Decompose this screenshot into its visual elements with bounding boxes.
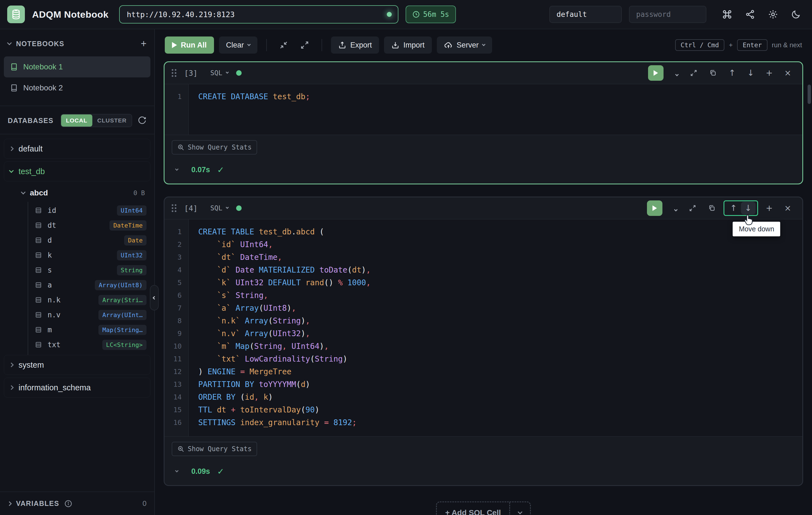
notebook-label: Notebook 1: [23, 62, 63, 71]
code-area[interactable]: CREATE DATABASE test_db;: [189, 84, 802, 135]
code-line[interactable]: `a` Array(UInt8),: [198, 302, 802, 315]
settings-button[interactable]: [768, 9, 778, 20]
clear-button[interactable]: Clear: [219, 36, 258, 54]
chevron-down-icon: [674, 208, 678, 211]
show-query-stats-button[interactable]: Show Query Stats: [172, 442, 257, 456]
shortcuts-button[interactable]: [722, 9, 732, 20]
code-line[interactable]: `m` Map(String, UInt64),: [198, 340, 802, 353]
server-url-input[interactable]: [119, 5, 398, 24]
code-line[interactable]: SETTINGS index_granularity = 8192;: [198, 416, 802, 429]
column-item-txt[interactable]: txtLC<String>: [35, 337, 147, 352]
column-item-id[interactable]: idUInt64: [35, 203, 147, 218]
column-item-dt[interactable]: dtDateTime: [35, 218, 147, 233]
code-line[interactable]: `k` UInt32 DEFAULT rand() % 1000,: [198, 277, 802, 289]
local-cluster-toggle[interactable]: LOCAL CLUSTER: [61, 114, 133, 127]
chevron-down-icon: [9, 168, 14, 173]
column-item-a[interactable]: aArray(UInt8): [35, 278, 147, 292]
table-name: abcd: [30, 189, 48, 197]
theme-toggle-button[interactable]: [791, 9, 801, 19]
run-all-button[interactable]: Run All: [165, 36, 214, 54]
delete-cell-button[interactable]: ×: [781, 67, 795, 79]
column-item-m[interactable]: mMap(String…: [35, 322, 147, 337]
cell-copy-button[interactable]: [705, 67, 721, 79]
move-cell-up-button[interactable]: ↑: [726, 202, 741, 214]
add-sql-cell-label[interactable]: + Add SQL Cell: [437, 502, 509, 515]
toggle-local[interactable]: LOCAL: [61, 114, 92, 126]
run-cell-button[interactable]: [648, 65, 664, 81]
cell-copy-button[interactable]: [704, 202, 720, 214]
code-line[interactable]: CREATE TABLE test_db.abcd (: [198, 226, 802, 238]
notebooks-section-header[interactable]: NOTEBOOKS +: [0, 29, 154, 55]
code-line[interactable]: `dt` DateTime,: [198, 251, 802, 264]
toggle-cluster[interactable]: CLUSTER: [92, 114, 132, 126]
move-cell-down-button[interactable]: ↓: [741, 202, 756, 214]
cell-expand-button[interactable]: [685, 202, 700, 214]
code-line[interactable]: CREATE DATABASE test_db;: [198, 90, 802, 103]
cell-expand-button[interactable]: [686, 67, 701, 79]
code-line[interactable]: TTL dt + toIntervalDay(90): [198, 404, 802, 416]
add-sql-cell-button[interactable]: + Add SQL Cell: [436, 502, 530, 515]
drag-handle-icon[interactable]: [172, 69, 176, 77]
cell-collapse-button[interactable]: [672, 67, 682, 79]
column-item-d[interactable]: dDate: [35, 233, 147, 248]
db-item-information-schema[interactable]: information_schema: [4, 378, 150, 398]
add-cell-type-dropdown[interactable]: [510, 502, 530, 515]
share-button[interactable]: [745, 9, 755, 19]
code-line[interactable]: `d` Date MATERIALIZED toDate(dt),: [198, 264, 802, 277]
db-item-system[interactable]: system: [4, 355, 150, 375]
run-shortcut-hint: Ctrl / Cmd + Enter run & next: [675, 39, 802, 51]
export-icon: [338, 41, 346, 49]
variables-section-header[interactable]: VARIABLES 0: [0, 492, 154, 515]
notebook-list: Notebook 1 Notebook 2: [0, 55, 154, 106]
code-line[interactable]: `n.v` Array(UInt32),: [198, 327, 802, 340]
sidebar-item-notebook-2[interactable]: Notebook 2: [4, 78, 150, 98]
add-cell-below-button[interactable]: +: [762, 67, 777, 79]
code-line[interactable]: ORDER BY (id, k): [198, 391, 802, 404]
export-button[interactable]: Export: [331, 36, 379, 54]
sidebar-collapse-handle[interactable]: [150, 285, 159, 310]
db-item-test-db[interactable]: test_db: [4, 162, 150, 181]
code-line[interactable]: ) ENGINE = MergeTree: [198, 366, 802, 378]
code-line[interactable]: `id` UInt64,: [198, 238, 802, 251]
server-url-field[interactable]: [119, 5, 398, 24]
code-line[interactable]: `s` String,: [198, 289, 802, 302]
cell-language-select[interactable]: SQL: [210, 204, 228, 212]
code-line[interactable]: `txt` LowCardinality(String): [198, 353, 802, 366]
sidebar-item-notebook-1[interactable]: Notebook 1: [4, 56, 150, 78]
drag-handle-icon[interactable]: [172, 204, 176, 212]
chevron-down-icon: [247, 42, 251, 46]
password-field[interactable]: [629, 6, 706, 23]
column-item-n.k[interactable]: n.kArray(Stri…: [35, 292, 147, 307]
expand-all-button[interactable]: [297, 40, 313, 50]
show-query-stats-button[interactable]: Show Query Stats: [172, 140, 257, 154]
cell-language-select[interactable]: SQL: [210, 69, 228, 77]
db-item-default[interactable]: default: [4, 139, 150, 159]
table-item-abcd[interactable]: abcd 0 B: [4, 184, 150, 202]
code-area[interactable]: CREATE TABLE test_db.abcd ( `id` UInt64,…: [189, 220, 802, 436]
column-item-k[interactable]: kUInt32: [35, 248, 147, 263]
cell-collapse-button[interactable]: [671, 202, 681, 214]
collapse-all-button[interactable]: [276, 40, 292, 50]
username-field[interactable]: [549, 6, 622, 23]
db-name: information_schema: [19, 383, 91, 392]
server-button[interactable]: Server: [437, 36, 492, 54]
sql-editor[interactable]: 12345678910111213141516 CREATE TABLE tes…: [165, 219, 802, 437]
import-button[interactable]: Import: [384, 36, 432, 54]
add-notebook-button[interactable]: +: [141, 39, 147, 49]
code-line[interactable]: `n.k` Array(String),: [198, 315, 802, 327]
column-type-badge: Array(Stri…: [98, 295, 147, 305]
scrollbar-thumb[interactable]: [808, 85, 811, 104]
column-item-s[interactable]: sString: [35, 263, 147, 278]
move-cell-down-button[interactable]: ↓: [744, 67, 758, 79]
sql-editor[interactable]: 1 CREATE DATABASE test_db;: [165, 84, 802, 135]
result-summary-row[interactable]: 0.07s ✓: [172, 154, 795, 180]
refresh-databases-button[interactable]: [138, 116, 147, 125]
delete-cell-button[interactable]: ×: [781, 202, 795, 214]
result-summary-row[interactable]: 0.09s ✓: [172, 456, 795, 481]
column-item-n.v[interactable]: n.vArray(UInt…: [35, 307, 147, 322]
run-cell-button[interactable]: [647, 200, 662, 216]
move-cell-up-button[interactable]: ↑: [725, 67, 739, 79]
add-cell-below-button[interactable]: +: [762, 202, 777, 214]
code-line[interactable]: PARTITION BY toYYYYMM(d): [198, 378, 802, 391]
chevron-down-icon: [518, 510, 522, 514]
